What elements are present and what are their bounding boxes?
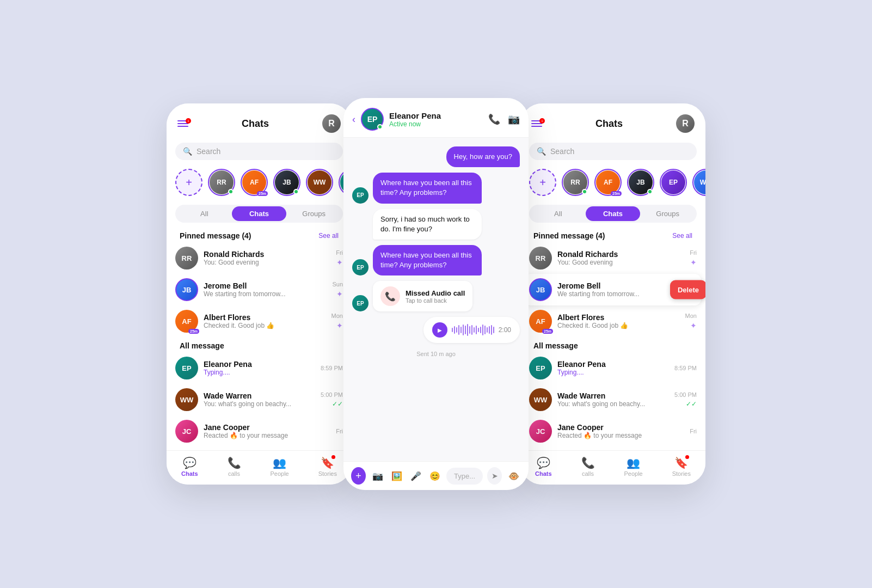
right-see-all-button[interactable]: See all [672, 232, 692, 240]
right-nav-stories[interactable]: 🔖 Stories [672, 456, 691, 477]
right-story-user-2[interactable]: AF 25m [594, 169, 622, 196]
story-user-3[interactable]: JB [273, 169, 300, 196]
right-tab-chats[interactable]: Chats [586, 206, 641, 221]
msg-row: Sorry, i had so much work to do. I'm fin… [352, 209, 520, 240]
waveform [452, 324, 494, 336]
chat-window-header: ‹ EP Eleanor Pena Active now 📞 📷 [343, 98, 529, 138]
right-calls-nav-icon: 📞 [581, 456, 595, 469]
gallery-button[interactable]: 🖼️ [389, 467, 404, 485]
phone-left: 1 Chats R 🔍 Search + RR [167, 103, 352, 485]
tab-chats[interactable]: Chats [232, 206, 287, 221]
nav-stories[interactable]: 🔖 Stories [318, 456, 337, 477]
add-attachment-button[interactable]: + [351, 467, 366, 485]
chat-name: Jerome Bell [557, 281, 680, 290]
nav-chats[interactable]: 💬 Chats [181, 456, 198, 477]
pinned-chat-jerome[interactable]: JB Jerome Bell We starting from tomorrow… [171, 274, 347, 305]
search-bar[interactable]: 🔍 Search [175, 143, 343, 160]
chat-preview: You: what's going on beachy... [204, 400, 315, 408]
story-user-1[interactable]: RR [208, 169, 235, 196]
chat-eleanor[interactable]: EP Eleanor Pena Typing.... 8:59 PM [171, 352, 347, 384]
story-user-4[interactable]: WW [306, 169, 333, 196]
delete-button[interactable]: Delete [670, 280, 705, 299]
see-all-button[interactable]: See all [318, 232, 339, 240]
right-menu-icon[interactable]: 1 [531, 120, 542, 127]
chat-time: Sun [332, 281, 343, 287]
right-add-story-button[interactable]: + [529, 169, 556, 196]
chat-time: 5:00 PM [321, 391, 343, 398]
avatar[interactable]: R [322, 114, 341, 133]
message-input[interactable]: Type... [446, 468, 483, 485]
right-avatar[interactable]: R [676, 114, 695, 133]
people-nav-label: People [270, 470, 288, 477]
camera-button[interactable]: 📷 [370, 467, 385, 485]
right-pinned-chat-albert[interactable]: AF25m Albert Flores Checked it. Good job… [525, 305, 701, 337]
nav-people[interactable]: 👥 People [270, 456, 288, 477]
story-add[interactable]: + [175, 169, 202, 196]
phone-right: 1 Chats R 🔍 Search + [520, 103, 705, 485]
missed-call-row: EP 📞 Missed Audio call Tap to call back [352, 281, 520, 311]
chat-user-info: EP Eleanor Pena Active now [361, 108, 483, 131]
right-pinned-chat-ronald[interactable]: RR Ronald Richards You: Good evening Fri… [525, 242, 701, 274]
right-stories-nav-icon: 🔖 [674, 456, 688, 469]
video-call-icon[interactable]: 📷 [508, 113, 520, 125]
chat-preview: You: what's going on beachy... [557, 400, 669, 408]
search-placeholder: Search [196, 147, 220, 156]
star-icon: ✦ [336, 258, 343, 267]
voice-duration: 2:00 [499, 326, 511, 334]
right-story-user-4[interactable]: EP [660, 169, 687, 196]
input-bar: + 📷 🖼️ 🎤 😊 Type... ➤ 🐵 [343, 461, 529, 490]
chat-preview: Reacted 🔥 to your message [557, 432, 684, 439]
add-story-button[interactable]: + [175, 169, 202, 196]
right-people-nav-label: People [624, 470, 642, 477]
chat-window-name: Eleanor Pena [389, 111, 441, 120]
menu-icon[interactable]: 1 [177, 120, 188, 127]
voice-message[interactable]: ▶ [423, 317, 520, 343]
right-tab-all[interactable]: All [531, 206, 586, 221]
right-nav-calls[interactable]: 📞 calls [581, 456, 595, 477]
chat-time: Fri [336, 249, 343, 256]
msg-row: EP Where have you been all this time? An… [352, 173, 520, 203]
right-nav-chats[interactable]: 💬 Chats [535, 456, 552, 477]
story-user-2[interactable]: AF 25m [241, 169, 268, 196]
right-search-placeholder: Search [550, 147, 574, 156]
right-all-messages-title: All message [533, 341, 578, 350]
right-story-add[interactable]: + [529, 169, 556, 196]
phones-container: 1 Chats R 🔍 Search + RR [109, 98, 763, 490]
message-bubble: Where have you been all this time? Any p… [373, 173, 482, 203]
right-search-bar[interactable]: 🔍 Search [529, 143, 697, 160]
sent-time: Sent 10 m ago [352, 351, 520, 357]
send-button[interactable]: ➤ [487, 467, 502, 485]
missed-call[interactable]: 📞 Missed Audio call Tap to call back [373, 281, 472, 311]
emoji-button[interactable]: 😊 [427, 467, 442, 485]
chat-jane[interactable]: JC Jane Cooper Reacted 🔥 to your message… [171, 415, 347, 447]
tab-all[interactable]: All [177, 206, 232, 221]
right-header: 1 Chats R [520, 103, 705, 138]
right-chat-wade[interactable]: WW Wade Warren You: what's going on beac… [525, 384, 701, 415]
back-button[interactable]: ‹ [352, 114, 355, 125]
tabs-row: All Chats Groups [175, 205, 343, 223]
right-chat-eleanor[interactable]: EP Eleanor Pena Typing.... 8:59 PM [525, 352, 701, 384]
right-story-user-3[interactable]: JB [627, 169, 654, 196]
missed-call-sub: Tap to call back [406, 297, 465, 304]
right-chat-jane[interactable]: JC Jane Cooper Reacted 🔥 to your message… [525, 415, 701, 447]
voice-call-icon[interactable]: 📞 [488, 113, 500, 125]
nav-calls[interactable]: 📞 calls [228, 456, 241, 477]
right-nav-people[interactable]: 👥 People [624, 456, 642, 477]
chat-wade[interactable]: WW Wade Warren You: what's going on beac… [171, 384, 347, 415]
microphone-button[interactable]: 🎤 [408, 467, 423, 485]
chat-preview: Typing.... [557, 369, 669, 376]
play-button[interactable]: ▶ [432, 322, 447, 338]
tab-groups[interactable]: Groups [286, 206, 341, 221]
pinned-chat-albert[interactable]: AF25m Albert Flores Checked it. Good job… [171, 305, 347, 337]
message-bubble: Sorry, i had so much work to do. I'm fin… [373, 209, 482, 240]
left-header: 1 Chats R [167, 103, 352, 138]
emoji-2-button[interactable]: 🐵 [506, 467, 521, 485]
pinned-chat-ronald[interactable]: RR Ronald Richards You: Good evening Fri… [171, 242, 347, 274]
right-story-user-1[interactable]: RR [562, 169, 589, 196]
right-tab-groups[interactable]: Groups [640, 206, 695, 221]
chat-time: Mon [685, 313, 697, 319]
right-story-user-5[interactable]: WW [692, 169, 705, 196]
right-phone-wrapper: 1 Chats R 🔍 Search + [520, 103, 705, 485]
all-messages-header: All message [171, 337, 347, 352]
chat-preview: You: Good evening [557, 259, 684, 266]
